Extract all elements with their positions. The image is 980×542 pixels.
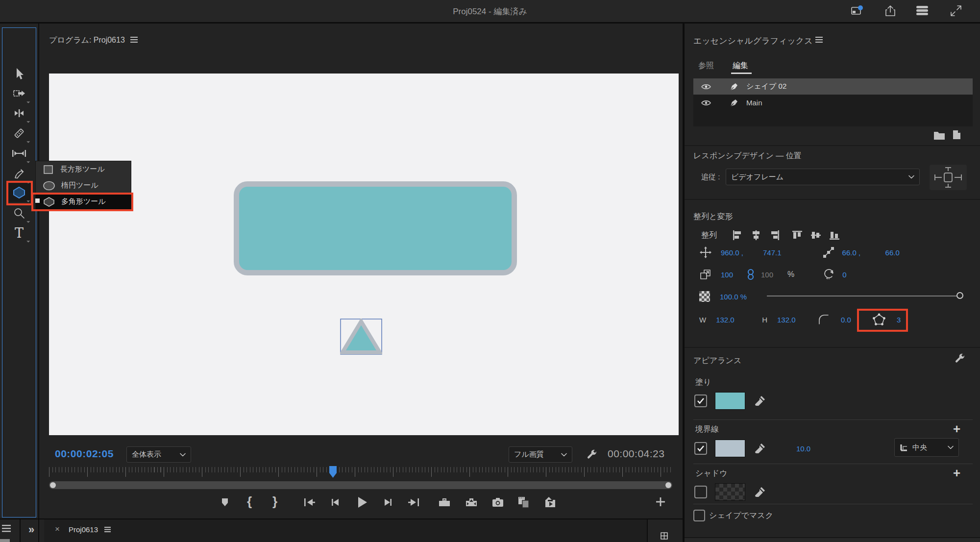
razor-tool[interactable] bbox=[7, 124, 31, 143]
playback-quality-select[interactable]: フル画質 bbox=[509, 446, 572, 463]
ellipse-icon bbox=[43, 181, 55, 191]
align-top-icon[interactable] bbox=[791, 229, 803, 241]
shape-rounded-rectangle[interactable] bbox=[234, 181, 517, 275]
rotation-icon bbox=[823, 268, 835, 281]
eye-icon[interactable] bbox=[701, 99, 711, 106]
pen-tool[interactable] bbox=[7, 165, 31, 183]
link-scale-icon[interactable] bbox=[746, 268, 755, 281]
position-x-value[interactable]: 960.0 , bbox=[721, 248, 756, 257]
opacity-slider-handle[interactable] bbox=[956, 292, 963, 299]
track-select-tool[interactable] bbox=[7, 84, 31, 103]
ripple-edit-tool[interactable] bbox=[7, 104, 31, 123]
panel-menu-icon[interactable] bbox=[130, 36, 139, 43]
anchor-x-value[interactable]: 66.0 , bbox=[842, 248, 874, 257]
close-tab-icon[interactable]: × bbox=[55, 524, 60, 534]
align-center-h-icon[interactable] bbox=[750, 229, 762, 241]
layer-row-main[interactable]: Main bbox=[693, 95, 973, 111]
layer-row-shape02[interactable]: シェイプ 02 bbox=[693, 78, 973, 95]
fill-color-swatch[interactable] bbox=[715, 392, 745, 410]
export-media-icon[interactable] bbox=[544, 496, 557, 509]
add-marker-icon[interactable] bbox=[220, 497, 230, 508]
scale-w-value[interactable]: 100 bbox=[721, 271, 740, 279]
width-value[interactable]: 132.0 bbox=[716, 316, 744, 324]
panel-menu-icon[interactable] bbox=[815, 36, 824, 43]
align-right-icon[interactable] bbox=[769, 229, 781, 241]
grid-icon[interactable] bbox=[661, 532, 668, 540]
align-left-icon[interactable] bbox=[732, 229, 743, 241]
add-shadow-plus[interactable]: + bbox=[953, 466, 960, 481]
mark-out-icon[interactable]: } bbox=[272, 494, 277, 509]
new-folder-icon[interactable] bbox=[933, 130, 945, 140]
responsive-pin-widget[interactable] bbox=[930, 165, 967, 190]
shadow-color-swatch[interactable] bbox=[715, 483, 745, 501]
polygon-sides-icon bbox=[872, 313, 886, 326]
add-stroke-plus[interactable]: + bbox=[953, 421, 960, 437]
monitor-settings-wrench-icon[interactable] bbox=[586, 449, 598, 461]
time-ruler[interactable] bbox=[49, 466, 672, 482]
opacity-slider[interactable] bbox=[767, 296, 961, 296]
stacked-panels-icon[interactable] bbox=[915, 5, 929, 16]
go-to-out-icon[interactable] bbox=[408, 497, 420, 508]
go-to-in-icon[interactable] bbox=[303, 497, 316, 508]
lift-icon[interactable] bbox=[438, 497, 451, 508]
height-value[interactable]: 132.0 bbox=[777, 316, 806, 324]
step-back-icon[interactable] bbox=[330, 497, 341, 508]
eye-icon[interactable] bbox=[701, 83, 711, 90]
scrollbar-handle-right[interactable] bbox=[665, 482, 671, 488]
eyedropper-icon[interactable] bbox=[754, 443, 766, 454]
width-label: W bbox=[699, 316, 706, 324]
anchor-y-value[interactable]: 66.0 bbox=[885, 248, 900, 257]
mask-with-shape-checkbox[interactable] bbox=[693, 510, 705, 521]
align-bottom-icon[interactable] bbox=[829, 229, 840, 241]
opacity-value[interactable]: 100.0 % bbox=[720, 293, 747, 301]
new-layer-icon[interactable] bbox=[951, 129, 962, 140]
stroke-checkbox[interactable] bbox=[694, 442, 707, 455]
fullscreen-icon[interactable] bbox=[950, 4, 962, 17]
appearance-wrench-icon[interactable] bbox=[954, 353, 966, 365]
zoom-tool[interactable] bbox=[7, 204, 31, 222]
step-forward-icon[interactable] bbox=[382, 497, 393, 508]
corner-radius-value[interactable]: 0.0 bbox=[841, 316, 858, 324]
stroke-align-value: 中央 bbox=[912, 443, 927, 452]
comparison-view-icon[interactable] bbox=[517, 496, 530, 509]
mark-in-icon[interactable]: { bbox=[247, 494, 252, 509]
chevron-down-icon bbox=[561, 453, 567, 457]
eyedropper-icon[interactable] bbox=[754, 395, 766, 407]
polygon-shape-tool[interactable] bbox=[7, 183, 31, 202]
play-icon[interactable] bbox=[356, 495, 368, 509]
slip-tool[interactable] bbox=[7, 144, 31, 163]
shape-triangle-selected[interactable] bbox=[340, 319, 382, 355]
menu-item-polygon-tool[interactable]: 多角形ツール bbox=[36, 194, 131, 210]
monitor-scrollbar[interactable] bbox=[49, 481, 672, 489]
selection-tool[interactable] bbox=[7, 65, 31, 83]
stroke-align-select[interactable]: 中央 bbox=[894, 438, 959, 457]
zoom-level-select[interactable]: 全体表示 bbox=[126, 446, 191, 463]
panel-menu-icon[interactable] bbox=[2, 524, 13, 532]
rotation-value[interactable]: 0 bbox=[842, 271, 846, 279]
workspace-badge-icon[interactable] bbox=[851, 5, 863, 17]
add-button-icon[interactable] bbox=[655, 496, 666, 508]
align-center-v-icon[interactable] bbox=[810, 229, 822, 241]
export-frame-icon[interactable] bbox=[492, 497, 504, 507]
panel-menu-icon[interactable] bbox=[104, 526, 112, 533]
position-y-value[interactable]: 747.1 bbox=[763, 248, 782, 257]
stroke-width-value[interactable]: 10.0 bbox=[796, 444, 810, 453]
type-tool[interactable]: T bbox=[7, 223, 31, 242]
fill-checkbox[interactable] bbox=[694, 394, 707, 407]
playhead-timecode[interactable]: 00:00:02:05 bbox=[55, 448, 114, 460]
tab-browse[interactable]: 参照 bbox=[698, 61, 714, 71]
shadow-checkbox[interactable] bbox=[694, 486, 707, 498]
timeline-tab-label[interactable]: Proj0613 bbox=[69, 525, 98, 534]
extract-icon[interactable] bbox=[465, 497, 478, 508]
scrollbar-handle-left[interactable] bbox=[50, 482, 56, 488]
stroke-color-swatch[interactable] bbox=[715, 440, 745, 457]
share-icon[interactable] bbox=[884, 4, 896, 17]
eyedropper-icon[interactable] bbox=[754, 486, 766, 498]
polygon-sides-value[interactable]: 3 bbox=[897, 316, 901, 324]
expand-panel-chevrons[interactable]: » bbox=[28, 523, 34, 536]
menu-item-rectangle-tool[interactable]: 長方形ツール bbox=[36, 161, 131, 177]
program-canvas[interactable] bbox=[49, 74, 679, 435]
menu-item-ellipse-tool[interactable]: 楕円ツール bbox=[36, 177, 131, 194]
follow-select[interactable]: ビデオフレーム bbox=[726, 169, 920, 185]
tab-edit[interactable]: 編集 bbox=[733, 61, 748, 71]
